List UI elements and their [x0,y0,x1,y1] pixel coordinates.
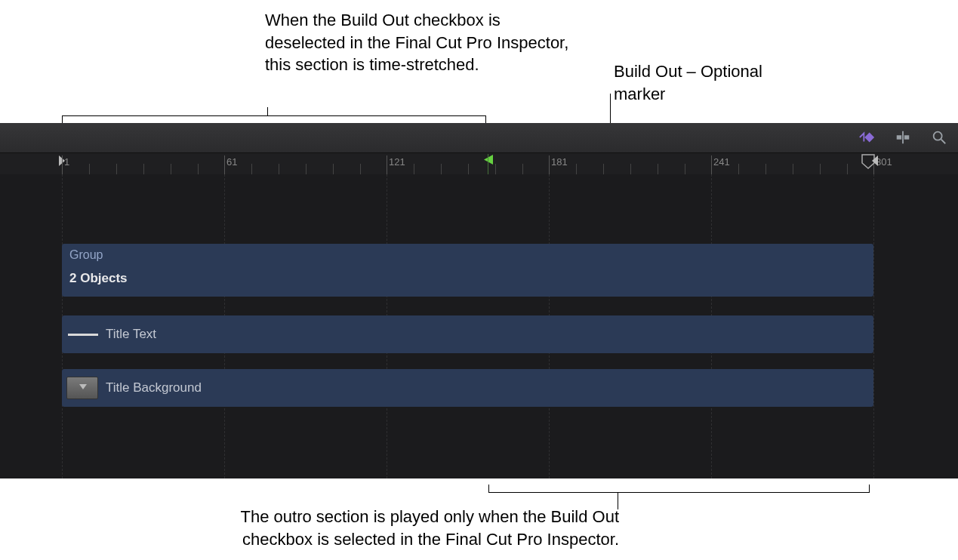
svg-rect-3 [902,131,904,144]
timeline-panel: 1 61 121 181 241 301 [0,123,958,478]
track-title-text[interactable]: Title Text [62,315,873,353]
ruler-label: 61 [226,156,237,168]
timeline-ruler[interactable]: 1 61 121 181 241 301 [0,153,958,174]
track-label: Title Background [106,380,202,395]
ruler-label: 121 [389,156,405,168]
keyframe-nav-icon[interactable] [858,129,875,146]
ruler-label: 301 [876,156,892,168]
track-title-background[interactable]: Title Background [62,369,873,407]
callout-time-stretched: When the Build Out checkbox is deselecte… [265,9,582,76]
track-group[interactable]: Group 2 Objects [62,244,873,297]
svg-rect-2 [904,135,909,140]
timeline-tracks-area[interactable]: Group 2 Objects Title Text Title Backgro… [0,174,958,478]
callout-outro-section: The outro section is played only when th… [226,506,619,550]
ruler-label: 181 [551,156,568,168]
callout-bracket-left [62,115,486,123]
svg-marker-7 [872,155,878,166]
track-group-label: Group [69,248,103,262]
title-background-thumb [66,377,98,399]
callout-build-out-marker: Build Out – Optional marker [614,60,810,105]
snap-icon[interactable] [895,129,911,146]
ruler-label: 241 [713,156,730,168]
out-point-handle[interactable] [870,155,878,169]
title-text-thumb [68,334,98,336]
callout-leader [267,107,268,115]
svg-rect-1 [897,135,901,140]
callout-bracket-bottom [488,485,870,493]
build-out-optional-marker[interactable] [483,154,494,165]
svg-marker-8 [484,155,493,165]
zoom-icon[interactable] [931,129,947,146]
track-label: Title Text [106,327,156,342]
svg-rect-0 [864,133,874,143]
svg-line-5 [941,140,946,144]
timeline-toolbar [0,123,958,153]
track-group-count: 2 Objects [69,271,128,286]
svg-point-4 [934,132,942,140]
ruler-label: 1 [64,156,69,168]
callout-leader [618,493,618,509]
